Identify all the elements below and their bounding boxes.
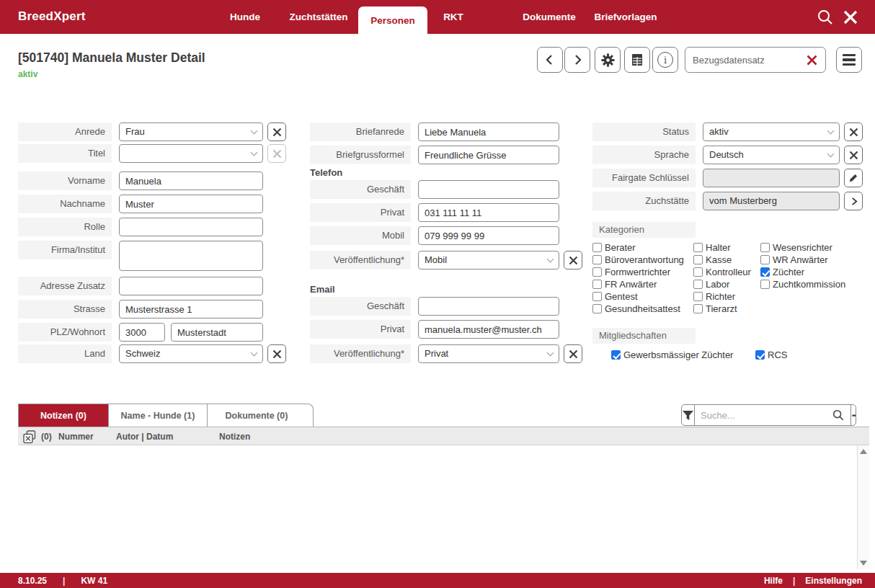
- rolle-input[interactable]: [119, 218, 263, 236]
- strasse-input[interactable]: [119, 300, 263, 318]
- info-button[interactable]: [652, 47, 678, 73]
- tab-rkt[interactable]: RKT: [432, 0, 475, 34]
- checkbox[interactable]: [760, 243, 770, 252]
- checkbox[interactable]: [592, 280, 602, 289]
- category-kontrolleur: Kontrolleur: [693, 267, 751, 277]
- clear-selection-icon: [22, 429, 37, 444]
- checkbox[interactable]: [611, 350, 621, 360]
- scroll-up-arrow[interactable]: [860, 449, 867, 454]
- open-zuchtstaette-button[interactable]: [844, 192, 863, 210]
- membership-gewerbsmaessiger-zuechter: Gewerbsmässiger Züchter: [611, 349, 733, 360]
- firma-label: Firma/Institut: [18, 241, 112, 259]
- tab-dokumente-detail[interactable]: Dokumente (0): [207, 404, 306, 427]
- checkbox[interactable]: [760, 267, 770, 277]
- add-button[interactable]: [850, 405, 856, 425]
- chevron-down-icon: [547, 349, 554, 356]
- vorname-input[interactable]: [119, 172, 263, 190]
- clear-sprache-button[interactable]: [844, 146, 863, 164]
- filter-button[interactable]: [682, 405, 695, 425]
- tab-zuchtstaetten[interactable]: Zuchtstätten: [277, 0, 360, 34]
- clear-reference-icon[interactable]: [806, 54, 818, 66]
- column-autor-datum[interactable]: Autor | Datum: [116, 427, 173, 446]
- checkbox[interactable]: [760, 280, 770, 289]
- column-notizen[interactable]: Notizen: [219, 427, 250, 446]
- checkbox[interactable]: [592, 304, 602, 313]
- checkbox[interactable]: [693, 267, 703, 277]
- table-icon: [630, 53, 644, 67]
- nachname-input[interactable]: [119, 195, 263, 213]
- clear-email-veroeffentlichung-button[interactable]: [564, 344, 582, 363]
- plz-input[interactable]: [119, 323, 165, 342]
- next-record-button[interactable]: [564, 47, 590, 73]
- clear-telefon-veroeffentlichung-button[interactable]: [564, 251, 582, 270]
- nachname-row: Nachname: [18, 195, 263, 213]
- checkbox[interactable]: [693, 304, 703, 313]
- checkbox[interactable]: [592, 255, 602, 264]
- previous-record-button[interactable]: [537, 47, 563, 73]
- checkbox[interactable]: [592, 267, 602, 277]
- checkbox[interactable]: [693, 255, 703, 264]
- clear-titel-button: [267, 144, 286, 163]
- search-input[interactable]: [701, 410, 827, 421]
- email-geschaeft-input[interactable]: [418, 297, 559, 316]
- clear-land-button[interactable]: [267, 344, 286, 363]
- tab-briefvorlagen[interactable]: Briefvorlagen: [584, 0, 667, 34]
- checkbox[interactable]: [760, 255, 770, 264]
- anrede-select[interactable]: Frau: [119, 122, 263, 141]
- telefon-veroeffentlichung-select[interactable]: Mobil: [418, 251, 559, 270]
- briefanrede-input[interactable]: [418, 122, 559, 141]
- clear-anrede-button[interactable]: [267, 122, 286, 141]
- clear-selection-button[interactable]: [22, 429, 37, 444]
- checkbox[interactable]: [755, 350, 765, 360]
- telefon-privat-input[interactable]: [418, 203, 559, 222]
- tab-personen[interactable]: Personen: [358, 6, 427, 34]
- clear-status-button[interactable]: [844, 122, 863, 141]
- column-nummer[interactable]: Nummer: [58, 427, 94, 446]
- nachname-label: Nachname: [18, 195, 112, 213]
- tab-hunde[interactable]: Hunde: [220, 0, 270, 34]
- firma-institut-textarea[interactable]: [119, 241, 263, 271]
- help-link[interactable]: Hilfe: [764, 576, 783, 586]
- vorname-row: Vorname: [18, 172, 263, 190]
- fairgate-row: Fairgate Schlüssel: [592, 169, 863, 187]
- telefon-geschaeft-input[interactable]: [418, 180, 559, 199]
- menu-button[interactable]: [836, 47, 862, 73]
- scroll-down-arrow[interactable]: [860, 561, 867, 566]
- titel-label: Titel: [18, 144, 112, 163]
- search-icon[interactable]: [832, 409, 845, 422]
- land-select[interactable]: Schweiz: [119, 344, 263, 363]
- wohnort-input[interactable]: [171, 323, 263, 342]
- checkbox[interactable]: [592, 243, 602, 252]
- checkbox[interactable]: [592, 292, 602, 301]
- firma-row: Firma/Institut: [18, 241, 263, 271]
- mitgliedschaften-header: Mitgliedschaften: [592, 328, 696, 344]
- adresse-zusatz-input[interactable]: [119, 277, 263, 295]
- settings-button[interactable]: [595, 47, 621, 73]
- fairgate-field: [703, 169, 840, 187]
- checkbox[interactable]: [693, 292, 703, 301]
- titel-select[interactable]: [119, 144, 263, 163]
- settings-link[interactable]: Einstellungen: [805, 576, 862, 586]
- membership-rcs: RCS: [755, 349, 787, 360]
- checkbox[interactable]: [693, 280, 703, 289]
- search-icon[interactable]: [816, 8, 835, 30]
- telefon-mobil-input[interactable]: [418, 226, 559, 245]
- anrede-row: Anrede Frau: [18, 122, 286, 141]
- vertical-scrollbar[interactable]: [857, 445, 869, 569]
- checkbox[interactable]: [693, 243, 703, 252]
- edit-fairgate-button[interactable]: [844, 169, 863, 187]
- briefgrussformel-label: Briefgrussformel: [310, 146, 411, 164]
- status-select[interactable]: aktiv: [703, 122, 840, 141]
- email-privat-input[interactable]: [418, 320, 559, 339]
- reference-record-field[interactable]: Bezugsdatensatz: [685, 47, 826, 73]
- sprache-select[interactable]: Deutsch: [703, 146, 840, 164]
- report-button[interactable]: [624, 47, 650, 73]
- tab-dokumente[interactable]: Dokumente: [517, 0, 582, 34]
- tab-notizen[interactable]: Notizen (0): [19, 404, 108, 427]
- close-icon[interactable]: [842, 9, 859, 29]
- x-icon: [569, 256, 578, 265]
- category-gesundheitsattest: Gesundheitsattest: [592, 303, 680, 314]
- email-veroeffentlichung-select[interactable]: Privat: [418, 344, 559, 363]
- briefgrussformel-input[interactable]: [418, 146, 559, 164]
- tab-name-hunde[interactable]: Name - Hunde (1): [108, 404, 207, 427]
